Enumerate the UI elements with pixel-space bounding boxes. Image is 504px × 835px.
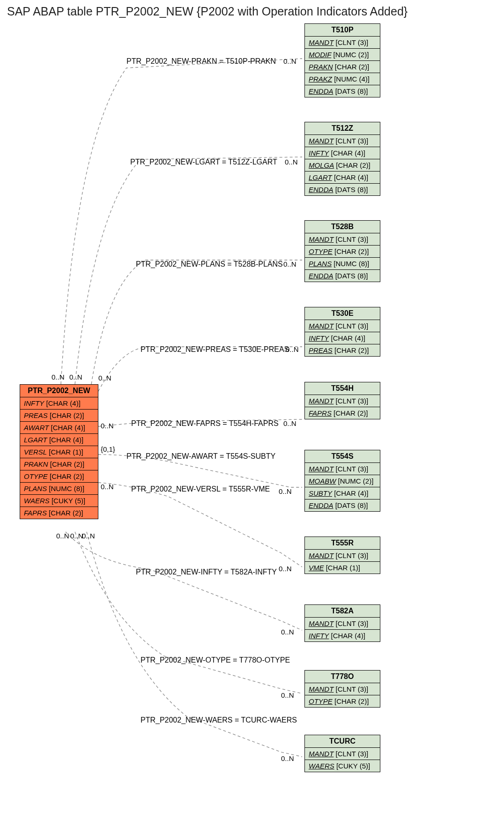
field-row: PRAKN [CHAR (2)] xyxy=(20,458,98,470)
field-row: MANDT [CLNT (3)] xyxy=(305,463,380,475)
field-row: MANDT [CLNT (3)] xyxy=(305,748,380,760)
cardinality-right: 0..N xyxy=(283,57,296,65)
field-row: OTYPE [CHAR (2)] xyxy=(305,695,380,707)
field-row: SUBTY [CHAR (4)] xyxy=(305,487,380,500)
cardinality-left: {0,1} xyxy=(101,445,115,453)
entity-main: PTR_P2002_NEW INFTY [CHAR (4)]PREAS [CHA… xyxy=(20,384,98,519)
edge-label: PTR_P2002_NEW-PRAKN = T510P-PRAKN xyxy=(126,57,276,66)
edge-label: PTR_P2002_NEW-INFTY = T582A-INFTY xyxy=(136,568,277,576)
field-row: INFTY [CHAR (4)] xyxy=(305,332,380,344)
field-row: ENDDA [DATS (8)] xyxy=(305,85,380,97)
field-row: PRAKZ [NUMC (4)] xyxy=(305,73,380,85)
cardinality-right: 0..N xyxy=(283,419,296,427)
entity-header: T554S xyxy=(305,450,380,463)
entity-header: T530E xyxy=(305,307,380,320)
field-row: PREAS [CHAR (2)] xyxy=(305,344,380,356)
entity-t528b: T528BMANDT [CLNT (3)]OTYPE [CHAR (2)]PLA… xyxy=(304,220,380,282)
entity-header: PTR_P2002_NEW xyxy=(20,385,98,397)
field-row: ENDDA [DATS (8)] xyxy=(305,270,380,282)
entity-t530e: T530EMANDT [CLNT (3)]INFTY [CHAR (4)]PRE… xyxy=(304,307,380,357)
cardinality-left: 0..N xyxy=(69,373,82,381)
field-row: MANDT [CLNT (3)] xyxy=(305,320,380,332)
field-row: MANDT [CLNT (3)] xyxy=(305,683,380,695)
field-row: LGART [CHAR (4)] xyxy=(20,434,98,446)
edge-label: PTR_P2002_NEW-OTYPE = T778O-OTYPE xyxy=(141,656,290,664)
cardinality-left: 0..N xyxy=(101,483,114,491)
entity-tcurc: TCURCMANDT [CLNT (3)]WAERS [CUKY (5)] xyxy=(304,735,380,772)
cardinality-left: 0..N xyxy=(56,532,69,540)
edge-label: PTR_P2002_NEW-LGART = T512Z-LGART xyxy=(130,158,277,166)
cardinality-right: 0..N xyxy=(281,754,294,762)
entity-t582a: T582AMANDT [CLNT (3)]INFTY [CHAR (4)] xyxy=(304,604,380,642)
field-row: WAERS [CUKY (5)] xyxy=(20,495,98,507)
edge-label: PTR_P2002_NEW-WAERS = TCURC-WAERS xyxy=(141,716,297,724)
field-row: INFTY [CHAR (4)] xyxy=(305,630,380,641)
edge-label: PTR_P2002_NEW-PLANS = T528B-PLANS xyxy=(136,260,283,268)
field-row: AWART [CHAR (4)] xyxy=(20,422,98,434)
cardinality-left: 0..N xyxy=(52,373,65,381)
entity-header: T512Z xyxy=(305,122,380,135)
field-row: VME [CHAR (1)] xyxy=(305,562,380,574)
field-row: INFTY [CHAR (4)] xyxy=(20,397,98,410)
cardinality-right: 0..N xyxy=(279,487,292,495)
cardinality-left: 0..N xyxy=(98,374,111,382)
field-row: LGART [CHAR (4)] xyxy=(305,171,380,184)
cardinality-right: 0..N xyxy=(281,691,294,699)
entity-t778o: T778OMANDT [CLNT (3)]OTYPE [CHAR (2)] xyxy=(304,670,380,708)
edge-label: PTR_P2002_NEW-VERSL = T555R-VME xyxy=(131,485,270,493)
field-row: OTYPE [CHAR (2)] xyxy=(305,246,380,258)
cardinality-left: 0..N xyxy=(82,532,95,540)
field-row: FAPRS [CHAR (2)] xyxy=(20,507,98,519)
entity-t554h: T554HMANDT [CLNT (3)]FAPRS [CHAR (2)] xyxy=(304,382,380,419)
cardinality-right: 0..N xyxy=(286,345,299,353)
field-row: MANDT [CLNT (3)] xyxy=(305,135,380,147)
entity-header: T778O xyxy=(305,671,380,683)
field-row: MOLGA [CHAR (2)] xyxy=(305,159,380,171)
field-row: OTYPE [CHAR (2)] xyxy=(20,470,98,483)
field-row: INFTY [CHAR (4)] xyxy=(305,147,380,159)
cardinality-right: 0..N xyxy=(285,158,298,166)
edge-label: PTR_P2002_NEW-PREAS = T530E-PREAS xyxy=(141,345,289,354)
field-row: VERSL [CHAR (1)] xyxy=(20,446,98,458)
field-row: PRAKN [CHAR (2)] xyxy=(305,61,380,73)
field-row: MOABW [NUMC (2)] xyxy=(305,475,380,487)
field-row: MANDT [CLNT (3)] xyxy=(305,37,380,49)
field-row: PREAS [CHAR (2)] xyxy=(20,410,98,422)
field-row: MANDT [CLNT (3)] xyxy=(305,618,380,630)
entity-header: T554H xyxy=(305,382,380,395)
field-row: FAPRS [CHAR (2)] xyxy=(305,407,380,419)
entity-header: T510P xyxy=(305,24,380,37)
field-row: ENDDA [DATS (8)] xyxy=(305,500,380,511)
entity-t512z: T512ZMANDT [CLNT (3)]INFTY [CHAR (4)]MOL… xyxy=(304,122,380,196)
field-row: PLANS [NUMC (8)] xyxy=(305,258,380,270)
cardinality-left: 0..N xyxy=(101,422,114,430)
edge-label: PTR_P2002_NEW-AWART = T554S-SUBTY xyxy=(126,452,275,461)
cardinality-right: 0..N xyxy=(279,565,292,573)
field-row: MANDT [CLNT (3)] xyxy=(305,395,380,407)
entity-header: TCURC xyxy=(305,735,380,748)
field-row: ENDDA [DATS (8)] xyxy=(305,184,380,195)
cardinality-right: 0..N xyxy=(281,628,294,636)
entity-header: T555R xyxy=(305,537,380,550)
field-row: PLANS [NUMC (8)] xyxy=(20,483,98,495)
entity-header: T582A xyxy=(305,605,380,618)
entity-t554s: T554SMANDT [CLNT (3)]MOABW [NUMC (2)]SUB… xyxy=(304,450,380,512)
cardinality-left: 0..N xyxy=(70,532,83,540)
field-row: MANDT [CLNT (3)] xyxy=(305,550,380,562)
entity-t555r: T555RMANDT [CLNT (3)]VME [CHAR (1)] xyxy=(304,537,380,574)
field-row: MANDT [CLNT (3)] xyxy=(305,233,380,246)
field-row: MODIF [NUMC (2)] xyxy=(305,49,380,61)
cardinality-right: 0..N xyxy=(283,260,296,268)
field-row: WAERS [CUKY (5)] xyxy=(305,760,380,772)
edge-label: PTR_P2002_NEW-FAPRS = T554H-FAPRS xyxy=(131,419,279,428)
entity-t510p: T510PMANDT [CLNT (3)]MODIF [NUMC (2)]PRA… xyxy=(304,23,380,97)
diagram-title: SAP ABAP table PTR_P2002_NEW {P2002 with… xyxy=(7,5,408,18)
entity-header: T528B xyxy=(305,221,380,233)
